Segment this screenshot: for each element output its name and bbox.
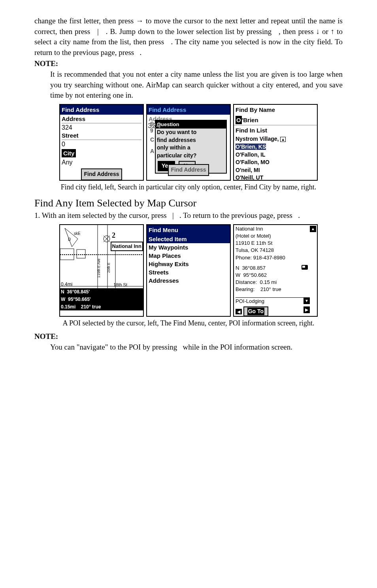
poi-phone: Phone: 918-437-8980 — [236, 254, 310, 261]
window-title: Find Menu — [147, 225, 230, 235]
note-body-2: You can "navigate" to the POI by pressin… — [50, 342, 343, 353]
cross-street: 18th St — [113, 282, 127, 288]
find-address-button-dimmed: Find Address — [168, 164, 209, 176]
left-arrow-icon[interactable]: ◀ — [236, 309, 242, 314]
status-lon: W 95°50.665' — [60, 296, 143, 303]
find-address-button[interactable]: Find Address — [81, 168, 123, 180]
find-by-name-label: Find By Name — [234, 105, 317, 115]
svg-text:D: D — [68, 237, 71, 242]
list-item[interactable]: O'Fallon, IL — [234, 151, 317, 159]
menu-item[interactable]: Highway Exits — [147, 260, 230, 268]
road-label-2: 20th E — [106, 263, 111, 273]
poi-category: POI-Lodging ▼ — [236, 297, 310, 305]
figure-2-caption: A POI selected by the cursor, left, The … — [34, 318, 343, 328]
road-label-1: 119th E Ave — [96, 259, 102, 278]
map-scale: 0.4mi — [61, 281, 72, 288]
q-line-2: find addresses — [156, 136, 226, 144]
poi-callout: National Inn — [111, 242, 143, 251]
list-item[interactable]: O'Neill, UT — [234, 174, 317, 180]
list-item[interactable]: Nystrom Village, ▲ — [234, 135, 317, 143]
figure-row-1: Find Address Address 324 Street 0 City A… — [34, 104, 343, 181]
list-item-selected[interactable]: O'Brien, KS — [234, 143, 317, 151]
figure-row-2: skE D 2 National Inn 119th E Ave 20th E … — [34, 224, 343, 317]
poi-address: 11910 E 11th St — [236, 240, 310, 247]
find-in-list-label: Find In List — [234, 125, 317, 135]
side-letter-c: C — [150, 136, 154, 143]
svg-text:skE: skE — [74, 231, 81, 236]
poi-type: (Hotel or Motel) — [236, 233, 310, 240]
city-value[interactable]: Any — [62, 158, 141, 166]
panel-find-address-form: Find Address Address 324 Street 0 City A… — [59, 104, 144, 181]
panel-find-menu: Find Menu Selected Item My Waypoints Map… — [146, 224, 231, 317]
q-line-4: particular city? — [156, 152, 226, 160]
address-value[interactable]: 324 — [62, 123, 141, 131]
city-label: City — [62, 149, 76, 157]
poi-bearing: Bearing: 210° true — [236, 286, 310, 293]
address-label: Address — [62, 115, 141, 123]
cursor-letter[interactable]: O — [236, 116, 242, 124]
note-body-1: It is recommended that you not enter a c… — [50, 69, 343, 101]
name-rest[interactable]: 'Brien — [242, 117, 258, 123]
q-line-3: only within a — [156, 144, 226, 152]
poi-city: Tulsa, OK 74128 — [236, 247, 310, 254]
poi-distance: Distance: 0.15 mi — [236, 279, 310, 286]
menu-item[interactable]: Map Places — [147, 251, 230, 260]
list-item[interactable]: O'Fallon, MO — [234, 159, 317, 166]
status-lat: N 36°08.845' — [60, 288, 143, 296]
status-dist-brg: 0.15mi 210° true — [60, 303, 143, 311]
map-roads: skE D — [60, 225, 143, 288]
q-line-1: Do you want to — [156, 129, 226, 136]
side-letter-a: A — [150, 148, 154, 155]
menu-item[interactable]: Streets — [147, 268, 230, 276]
dropdown-icon[interactable]: ▼ — [303, 298, 310, 304]
flag-icon — [301, 265, 308, 272]
window-title-dimmed: Find Address — [147, 105, 230, 115]
map-area[interactable]: skE D 2 National Inn 119th E Ave 20th E … — [60, 225, 143, 288]
address-value-dimmed: 324 — [148, 121, 160, 131]
svg-rect-8 — [77, 250, 85, 258]
poi-lon: W 95°50.662 — [236, 272, 310, 279]
street-label: Street — [62, 131, 141, 140]
poi-name: National Inn — [236, 225, 310, 233]
panel-poi-info: ▲ National Inn (Hotel or Motel) 11910 E … — [233, 224, 318, 317]
window-title: Find Address — [60, 105, 143, 115]
panel-map-cursor: skE D 2 National Inn 119th E Ave 20th E … — [59, 224, 144, 317]
dialog-title: Question — [156, 121, 226, 129]
section-heading: Find Any Item Selected by Map Cursor — [34, 196, 343, 210]
figure-1-caption: Find city field, left, Search in particu… — [34, 182, 343, 192]
cursor-number: 2 — [112, 231, 115, 240]
street-value[interactable]: 0 — [62, 140, 141, 148]
right-arrow-icon[interactable]: ▶ — [303, 306, 310, 313]
paragraph-1: change the first letter, then press → to… — [34, 16, 343, 58]
panel-find-by-name: Find By Name O'Brien Find In List Nystro… — [233, 104, 318, 181]
list-item[interactable]: O'neil, MI — [234, 166, 317, 174]
panel-find-address-dialog: Find Address Address S 9 C A Question Do… — [146, 104, 231, 181]
poi-lat: N 36°08.857 — [236, 265, 310, 272]
go-to-button[interactable]: Go To — [243, 306, 268, 317]
scroll-up-icon[interactable]: ▲ — [310, 226, 316, 232]
svg-rect-13 — [302, 266, 305, 268]
menu-item[interactable]: My Waypoints — [147, 243, 230, 251]
menu-item[interactable]: Addresses — [147, 276, 230, 285]
menu-item-selected[interactable]: Selected Item — [147, 235, 230, 243]
paragraph-2: 1. With an item selected by the cursor, … — [34, 210, 343, 221]
note-label-2: NOTE: — [34, 331, 343, 342]
note-label-1: NOTE: — [34, 59, 343, 69]
